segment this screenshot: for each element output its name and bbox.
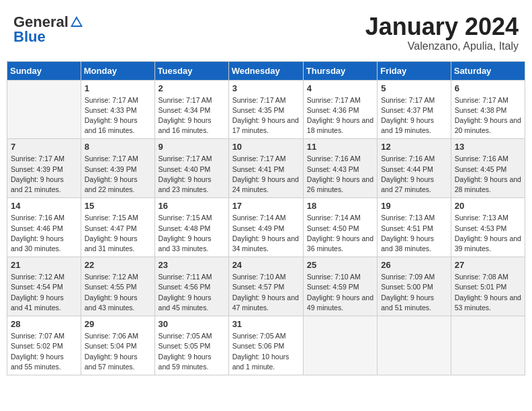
table-row xyxy=(7,80,81,139)
sunset: Sunset: 4:54 PM xyxy=(11,283,63,291)
sunrise: Sunrise: 7:17 AM xyxy=(307,96,361,104)
sunset: Sunset: 4:34 PM xyxy=(159,106,211,114)
day-number: 5 xyxy=(381,83,447,93)
sunrise: Sunrise: 7:05 AM xyxy=(232,332,286,340)
daylight: Daylight: 9 hours and 47 minutes. xyxy=(232,293,299,312)
daylight: Daylight: 9 hours and 30 minutes. xyxy=(11,234,64,253)
sunset: Sunset: 5:00 PM xyxy=(381,283,433,291)
page-header: General Blue January 2024 Valenzano, Apu… xyxy=(7,7,525,56)
sunset: Sunset: 4:51 PM xyxy=(381,224,433,232)
daylight: Daylight: 9 hours and 26 minutes. xyxy=(307,175,373,193)
daylight: Daylight: 9 hours and 27 minutes. xyxy=(381,175,434,193)
sunset: Sunset: 4:50 PM xyxy=(307,224,359,232)
table-row: 17Sunrise: 7:14 AMSunset: 4:49 PMDayligh… xyxy=(228,198,303,257)
day-number: 18 xyxy=(307,201,373,211)
daylight: Daylight: 9 hours and 39 minutes. xyxy=(455,234,521,253)
col-wednesday: Wednesday xyxy=(228,61,303,80)
day-info: Sunrise: 7:16 AMSunset: 4:45 PMDaylight:… xyxy=(455,154,521,195)
sunrise: Sunrise: 7:13 AM xyxy=(381,214,435,222)
day-number: 22 xyxy=(85,260,151,270)
col-monday: Monday xyxy=(81,61,154,80)
table-row: 4Sunrise: 7:17 AMSunset: 4:36 PMDaylight… xyxy=(303,80,377,139)
table-row: 22Sunrise: 7:12 AMSunset: 4:55 PMDayligh… xyxy=(81,257,154,316)
logo: General Blue xyxy=(13,13,84,46)
daylight: Daylight: 9 hours and 22 minutes. xyxy=(85,175,138,193)
calendar-week-row: 1Sunrise: 7:17 AMSunset: 4:33 PMDaylight… xyxy=(7,80,525,139)
table-row: 15Sunrise: 7:15 AMSunset: 4:47 PMDayligh… xyxy=(81,198,154,257)
day-number: 9 xyxy=(159,142,225,152)
daylight: Daylight: 9 hours and 49 minutes. xyxy=(307,293,373,312)
sunset: Sunset: 4:43 PM xyxy=(307,165,359,173)
day-info: Sunrise: 7:16 AMSunset: 4:44 PMDaylight:… xyxy=(381,154,447,195)
sunrise: Sunrise: 7:10 AM xyxy=(307,273,361,281)
day-info: Sunrise: 7:17 AMSunset: 4:40 PMDaylight:… xyxy=(159,154,225,195)
daylight: Daylight: 9 hours and 38 minutes. xyxy=(381,234,434,253)
day-number: 24 xyxy=(232,260,300,270)
sunset: Sunset: 4:53 PM xyxy=(455,224,507,232)
daylight: Daylight: 9 hours and 31 minutes. xyxy=(85,234,138,253)
table-row xyxy=(451,316,525,375)
day-info: Sunrise: 7:17 AMSunset: 4:38 PMDaylight:… xyxy=(455,95,521,136)
sunrise: Sunrise: 7:09 AM xyxy=(381,273,435,281)
sunset: Sunset: 4:46 PM xyxy=(11,224,63,232)
daylight: Daylight: 9 hours and 57 minutes. xyxy=(85,353,138,371)
table-row: 9Sunrise: 7:17 AMSunset: 4:40 PMDaylight… xyxy=(154,139,228,198)
sunrise: Sunrise: 7:05 AM xyxy=(159,332,212,340)
sunrise: Sunrise: 7:08 AM xyxy=(455,273,508,281)
sunset: Sunset: 5:02 PM xyxy=(11,342,63,350)
daylight: Daylight: 9 hours and 18 minutes. xyxy=(307,116,373,134)
sunrise: Sunrise: 7:17 AM xyxy=(159,96,212,104)
table-row xyxy=(303,316,377,375)
day-number: 12 xyxy=(381,142,447,152)
daylight: Daylight: 9 hours and 16 minutes. xyxy=(85,116,138,134)
day-info: Sunrise: 7:13 AMSunset: 4:53 PMDaylight:… xyxy=(455,213,521,254)
table-row: 5Sunrise: 7:17 AMSunset: 4:37 PMDaylight… xyxy=(378,80,451,139)
day-number: 2 xyxy=(159,83,225,93)
daylight: Daylight: 9 hours and 53 minutes. xyxy=(455,293,521,312)
daylight: Daylight: 9 hours and 59 minutes. xyxy=(159,353,212,371)
table-row: 1Sunrise: 7:17 AMSunset: 4:33 PMDaylight… xyxy=(81,80,154,139)
table-row: 29Sunrise: 7:06 AMSunset: 5:04 PMDayligh… xyxy=(81,316,154,375)
sunset: Sunset: 4:35 PM xyxy=(232,106,285,114)
day-info: Sunrise: 7:12 AMSunset: 4:55 PMDaylight:… xyxy=(85,272,151,313)
day-number: 16 xyxy=(159,201,225,211)
sunset: Sunset: 4:57 PM xyxy=(232,283,285,291)
sunset: Sunset: 4:41 PM xyxy=(232,165,285,173)
table-row: 20Sunrise: 7:13 AMSunset: 4:53 PMDayligh… xyxy=(451,198,525,257)
sunset: Sunset: 4:45 PM xyxy=(455,165,507,173)
daylight: Daylight: 9 hours and 34 minutes. xyxy=(232,234,299,253)
sunrise: Sunrise: 7:14 AM xyxy=(232,214,286,222)
day-info: Sunrise: 7:10 AMSunset: 4:57 PMDaylight:… xyxy=(232,272,300,313)
day-info: Sunrise: 7:05 AMSunset: 5:05 PMDaylight:… xyxy=(159,331,225,372)
day-info: Sunrise: 7:17 AMSunset: 4:34 PMDaylight:… xyxy=(159,95,225,136)
day-number: 31 xyxy=(232,319,300,329)
table-row: 12Sunrise: 7:16 AMSunset: 4:44 PMDayligh… xyxy=(378,139,451,198)
day-info: Sunrise: 7:10 AMSunset: 4:59 PMDaylight:… xyxy=(307,272,373,313)
title-block: January 2024 Valenzano, Apulia, Italy xyxy=(365,13,519,52)
table-row: 11Sunrise: 7:16 AMSunset: 4:43 PMDayligh… xyxy=(303,139,377,198)
calendar-week-row: 21Sunrise: 7:12 AMSunset: 4:54 PMDayligh… xyxy=(7,257,525,316)
sunrise: Sunrise: 7:15 AM xyxy=(159,214,212,222)
day-info: Sunrise: 7:16 AMSunset: 4:46 PMDaylight:… xyxy=(11,213,77,254)
logo-blue: Blue xyxy=(13,28,46,46)
sunset: Sunset: 5:04 PM xyxy=(85,342,137,350)
sunset: Sunset: 4:47 PM xyxy=(85,224,137,232)
col-thursday: Thursday xyxy=(303,61,377,80)
sunset: Sunset: 4:40 PM xyxy=(159,165,211,173)
table-row: 19Sunrise: 7:13 AMSunset: 4:51 PMDayligh… xyxy=(378,198,451,257)
sunrise: Sunrise: 7:17 AM xyxy=(159,154,212,163)
day-info: Sunrise: 7:07 AMSunset: 5:02 PMDaylight:… xyxy=(11,331,77,372)
sunrise: Sunrise: 7:17 AM xyxy=(455,96,508,104)
day-info: Sunrise: 7:14 AMSunset: 4:50 PMDaylight:… xyxy=(307,213,373,254)
table-row: 23Sunrise: 7:11 AMSunset: 4:56 PMDayligh… xyxy=(154,257,228,316)
day-info: Sunrise: 7:15 AMSunset: 4:47 PMDaylight:… xyxy=(85,213,151,254)
table-row: 13Sunrise: 7:16 AMSunset: 4:45 PMDayligh… xyxy=(451,139,525,198)
sunrise: Sunrise: 7:17 AM xyxy=(232,96,286,104)
sunrise: Sunrise: 7:07 AM xyxy=(11,332,64,340)
table-row: 14Sunrise: 7:16 AMSunset: 4:46 PMDayligh… xyxy=(7,198,81,257)
day-number: 7 xyxy=(11,142,77,152)
sunrise: Sunrise: 7:12 AM xyxy=(11,273,64,281)
day-number: 25 xyxy=(307,260,373,270)
col-friday: Friday xyxy=(378,61,451,80)
day-number: 4 xyxy=(307,83,373,93)
